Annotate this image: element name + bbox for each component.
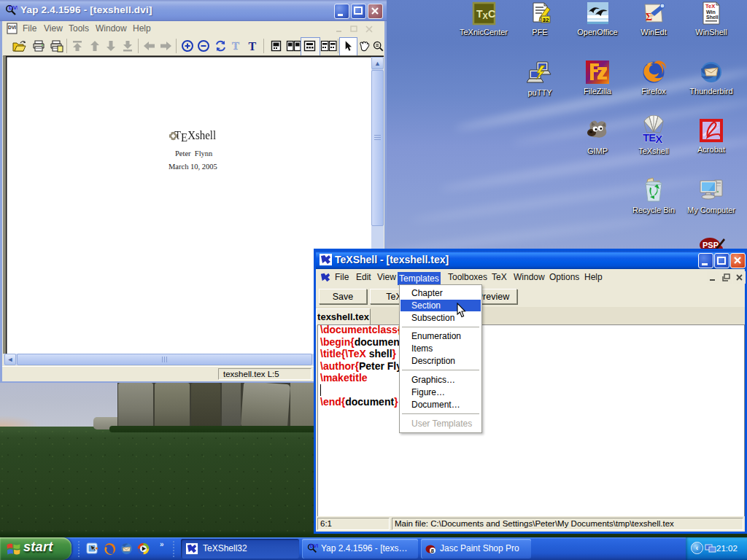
svg-text:T: T — [249, 40, 257, 52]
svg-text:Win: Win — [706, 9, 716, 15]
svg-text:DVI: DVI — [309, 543, 318, 549]
svg-text:32: 32 — [542, 17, 549, 23]
svg-text:TEX: TEX — [643, 131, 662, 144]
svg-text:DVI: DVI — [9, 4, 18, 11]
svg-text:T: T — [232, 40, 239, 52]
svg-text:Shell: Shell — [706, 15, 719, 20]
svg-text:TeX: TeX — [705, 3, 715, 9]
svg-text:DVI: DVI — [8, 25, 16, 30]
svg-text:8: 8 — [431, 548, 435, 554]
